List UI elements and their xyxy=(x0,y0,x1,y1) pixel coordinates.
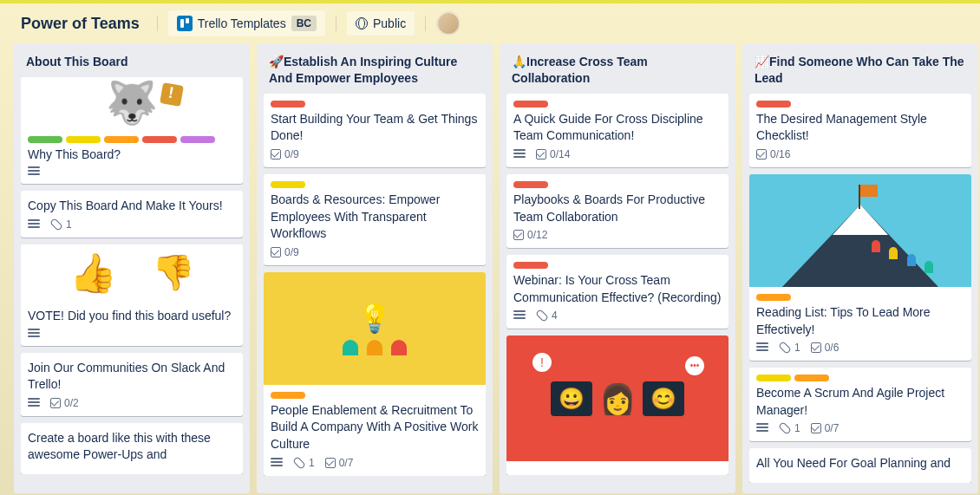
checklist-badge: 0/12 xyxy=(513,229,547,241)
card-title: Boards & Resources: Empower Employees Wi… xyxy=(271,192,479,243)
label-red[interactable] xyxy=(513,262,548,269)
paperclip-icon xyxy=(291,454,308,472)
label-red[interactable] xyxy=(271,101,305,107)
card-badges: 0/2 xyxy=(28,397,236,409)
card[interactable]: Create a board like this with these awes… xyxy=(21,423,243,474)
list-title[interactable]: 📈Find Someone Who Can Take The Lead xyxy=(749,50,971,94)
list-title[interactable]: About This Board xyxy=(21,50,243,77)
checklist-badge: 0/7 xyxy=(811,422,840,434)
label-red[interactable] xyxy=(142,136,177,143)
description-icon xyxy=(28,329,40,339)
label-yellow[interactable] xyxy=(271,181,305,188)
visibility-button[interactable]: Public xyxy=(347,11,415,36)
paperclip-icon xyxy=(533,307,551,324)
list: 🚀Establish An Inspiring Culture And Empo… xyxy=(257,43,493,493)
label-red[interactable] xyxy=(513,181,548,188)
card[interactable]: The Desired Management Style Checklist!0… xyxy=(749,94,971,167)
card[interactable]: Webinar: Is Your Cross Team Communicatio… xyxy=(506,255,728,329)
avatar[interactable] xyxy=(436,11,461,36)
workspace-badge: BC xyxy=(291,16,317,31)
card-labels xyxy=(28,136,236,143)
card-cover xyxy=(21,77,243,129)
card[interactable]: Start Building Your Team & Get Things Do… xyxy=(264,94,486,167)
card-cover: 💡 xyxy=(264,272,486,385)
card-labels xyxy=(513,262,722,269)
checklist-badge: 0/14 xyxy=(536,148,570,160)
card-labels xyxy=(271,101,479,107)
checklist-badge: 0/2 xyxy=(50,397,79,409)
card[interactable]: Boards & Resources: Empower Employees Wi… xyxy=(264,174,486,265)
checklist-badge: 0/7 xyxy=(325,457,354,469)
label-orange[interactable] xyxy=(756,294,791,301)
description-icon xyxy=(513,149,526,160)
card[interactable]: 👍👎VOTE! Did you find this board useful? xyxy=(21,244,243,346)
paperclip-icon xyxy=(776,420,794,437)
description-icon xyxy=(756,342,768,353)
description-icon xyxy=(28,398,40,408)
card-title: People Enablement & Recruitment To Build… xyxy=(271,402,479,453)
card-badges: 10/7 xyxy=(271,457,479,469)
card-title: Why This Board? xyxy=(28,147,236,164)
card[interactable]: A Quick Guide For Cross Discipline Team … xyxy=(506,94,728,167)
card[interactable]: Reading List: Tips To Lead More Effectiv… xyxy=(749,174,971,361)
card-cover: 😀👩😊!••• xyxy=(506,335,728,461)
board-canvas[interactable]: About This BoardWhy This Board?Copy This… xyxy=(0,43,980,493)
checklist-badge: 0/16 xyxy=(756,148,790,160)
card[interactable]: All You Need For Goal Planning and xyxy=(749,448,971,483)
paperclip-icon xyxy=(48,216,65,233)
label-green[interactable] xyxy=(28,136,62,143)
card[interactable]: 💡People Enablement & Recruitment To Buil… xyxy=(264,272,486,476)
checklist-icon xyxy=(325,458,336,468)
label-red[interactable] xyxy=(513,101,548,107)
card-badges: 0/9 xyxy=(271,148,479,160)
globe-icon xyxy=(356,17,368,29)
list-title[interactable]: 🚀Establish An Inspiring Culture And Empo… xyxy=(264,50,486,94)
card-badges: 0/16 xyxy=(756,148,964,160)
card-title: Reading List: Tips To Lead More Effectiv… xyxy=(756,304,964,338)
attachment-badge: 1 xyxy=(293,457,315,469)
list-cards: A Quick Guide For Cross Discipline Team … xyxy=(506,94,728,476)
checklist-icon xyxy=(536,149,546,160)
card[interactable]: 😀👩😊!••• xyxy=(506,335,728,475)
label-orange[interactable] xyxy=(271,392,305,399)
list: 🙏Increase Cross Team CollaborationA Quic… xyxy=(500,43,735,493)
checklist-badge: 0/6 xyxy=(811,342,840,354)
list-cards: Start Building Your Team & Get Things Do… xyxy=(264,94,486,476)
card[interactable]: Why This Board? xyxy=(21,77,243,185)
card-badges: 4 xyxy=(513,309,722,322)
attachment-badge: 1 xyxy=(779,422,800,434)
card[interactable]: Join Our Communities On Slack And Trello… xyxy=(21,353,243,416)
card-title: Playbooks & Boards For Productive Team C… xyxy=(513,192,722,225)
card-labels xyxy=(513,101,722,107)
card[interactable]: Playbooks & Boards For Productive Team C… xyxy=(506,174,728,248)
card[interactable]: Copy This Board And Make It Yours!1 xyxy=(21,191,243,238)
checklist-badge: 0/9 xyxy=(271,246,299,258)
label-yellow[interactable] xyxy=(66,136,101,143)
divider xyxy=(336,16,336,31)
label-red[interactable] xyxy=(756,101,791,107)
description-icon xyxy=(28,219,40,230)
card-title: The Desired Management Style Checklist! xyxy=(756,111,964,145)
list: 📈Find Someone Who Can Take The LeadThe D… xyxy=(742,43,978,493)
label-orange[interactable] xyxy=(794,375,829,381)
checklist-badge: 0/9 xyxy=(271,148,299,160)
attachment-badge: 1 xyxy=(779,342,800,354)
card-badges: 0/14 xyxy=(513,148,722,160)
card-title: Create a board like this with these awes… xyxy=(28,430,236,464)
checklist-icon xyxy=(271,247,281,257)
card-badges: 10/6 xyxy=(756,342,964,354)
card-cover xyxy=(749,174,971,287)
list-title[interactable]: 🙏Increase Cross Team Collaboration xyxy=(506,50,728,94)
card-labels xyxy=(271,181,479,188)
description-icon xyxy=(28,166,40,177)
label-orange[interactable] xyxy=(104,136,139,143)
label-yellow[interactable] xyxy=(756,375,791,381)
templates-button[interactable]: Trello Templates BC xyxy=(168,10,325,36)
board-title[interactable]: Power of Teams xyxy=(14,11,147,36)
card-title: Become A Scrum And Agile Project Manager… xyxy=(756,385,964,419)
card[interactable]: Become A Scrum And Agile Project Manager… xyxy=(749,368,971,441)
card-badges: 0/12 xyxy=(513,229,722,241)
templates-label: Trello Templates xyxy=(198,16,286,30)
label-purple[interactable] xyxy=(180,136,215,143)
list: About This BoardWhy This Board?Copy This… xyxy=(14,43,250,493)
